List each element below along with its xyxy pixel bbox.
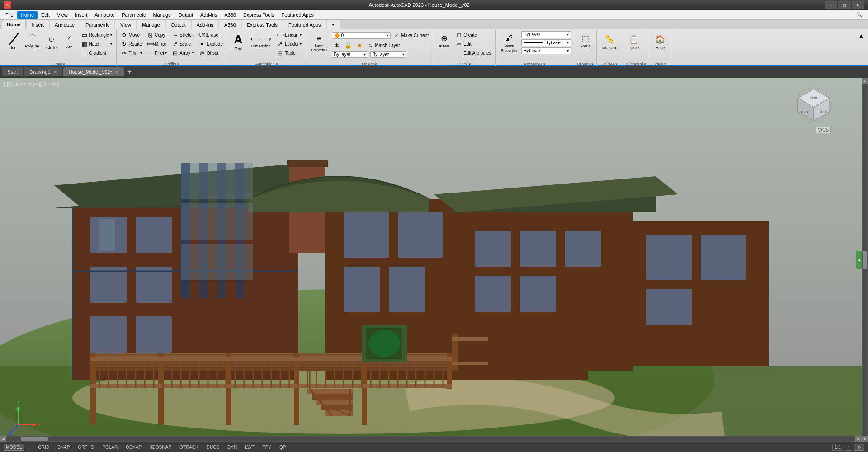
- tab-home[interactable]: Home: [2, 20, 26, 29]
- anno-scale[interactable]: 1:1: [832, 444, 843, 451]
- tab-annotate[interactable]: Annotate: [50, 20, 80, 29]
- insert-button[interactable]: ⊕ Insert: [436, 31, 452, 59]
- tab-output[interactable]: Output: [166, 20, 191, 29]
- layer-color-button[interactable]: ■: [354, 41, 364, 50]
- menu-home[interactable]: Home: [17, 11, 38, 19]
- right-scrollbar[interactable]: ▲ ▼: [862, 78, 868, 442]
- menu-featured[interactable]: Featured Apps: [278, 11, 318, 19]
- close-house-model[interactable]: ✕: [115, 70, 118, 75]
- viewport[interactable]: [-][Custom View][Current]: [0, 78, 868, 442]
- base-view-button[interactable]: 🏠 Base: [652, 31, 668, 59]
- status-snap[interactable]: SNAP: [56, 444, 71, 450]
- status-ducs[interactable]: DUCS: [205, 444, 221, 450]
- layer-properties-button[interactable]: ≡ Layer Properties: [309, 31, 330, 59]
- tab-featured[interactable]: Featured Apps: [283, 20, 326, 29]
- tab-view[interactable]: View: [115, 20, 136, 29]
- tab-parametric[interactable]: Parametric: [80, 20, 114, 29]
- linear-dim-button[interactable]: ⟷Linear▾: [275, 31, 303, 39]
- edit-attrs-button[interactable]: ≣Edit Attributes: [454, 49, 493, 57]
- viewport-scale[interactable]: +: [845, 444, 852, 451]
- status-qp[interactable]: QP: [278, 444, 288, 450]
- tab-express[interactable]: Express Tools: [242, 20, 283, 29]
- rotate-button[interactable]: ↻Rotate: [119, 40, 143, 48]
- tab-insert[interactable]: Insert: [27, 20, 49, 29]
- menu-annotate[interactable]: Annotate: [91, 11, 118, 19]
- wcs-label[interactable]: WCS: [816, 127, 831, 133]
- menu-search[interactable]: 🔍: [853, 11, 866, 19]
- fillet-button[interactable]: ⌐Fillet▾: [145, 49, 168, 57]
- match-layer-button[interactable]: ≈Match Layer: [366, 41, 401, 50]
- menu-manage[interactable]: Manage: [149, 11, 175, 19]
- polyline-button[interactable]: ⌒ Polyline: [23, 31, 42, 59]
- tab-customize[interactable]: ▾: [327, 20, 340, 29]
- scale-button[interactable]: ⤢Scale: [170, 40, 195, 48]
- bylayer-lw-dd[interactable]: ByLayer▾: [521, 47, 571, 54]
- gradient-button[interactable]: ⬜Gradient: [80, 49, 113, 57]
- explode-button[interactable]: ✦Explode: [197, 40, 224, 48]
- scroll-left-button[interactable]: ◄: [0, 436, 6, 442]
- rectangle-button[interactable]: ▭Rectangle▾: [80, 31, 113, 39]
- collapse-ribbon-button[interactable]: ▲: [856, 31, 866, 41]
- mirror-button[interactable]: ⟺Mirror: [145, 40, 168, 48]
- status-3dosnap[interactable]: 3DOSNAP: [148, 444, 173, 450]
- menu-edit[interactable]: Edit: [38, 11, 53, 19]
- tab-manage[interactable]: Manage: [137, 20, 165, 29]
- measure-button[interactable]: 📏 Measure: [599, 31, 620, 59]
- tab-a360[interactable]: A360: [219, 20, 241, 29]
- table-button[interactable]: ⊟Table: [275, 49, 303, 57]
- status-dyn[interactable]: DYN: [226, 444, 239, 450]
- make-current-button[interactable]: ✓Make Current: [392, 31, 430, 40]
- menu-express[interactable]: Express Tools: [240, 11, 278, 19]
- expand-button[interactable]: ◀: [856, 251, 862, 269]
- minimize-button[interactable]: ─: [825, 1, 837, 9]
- linetype-dropdown[interactable]: ByLayer ▾: [370, 51, 406, 58]
- scroll-thumb[interactable]: [863, 251, 867, 269]
- hatch-button[interactable]: ▦Hatch▾: [80, 40, 113, 48]
- text-button[interactable]: A Text: [230, 31, 246, 59]
- copy-button[interactable]: ⎘Copy: [145, 31, 168, 39]
- group-button[interactable]: ⬚ Group: [577, 31, 593, 59]
- color-dropdown[interactable]: ByLayer ▾: [332, 51, 368, 58]
- status-lwt[interactable]: LWT: [243, 444, 256, 450]
- menu-insert[interactable]: Insert: [71, 11, 91, 19]
- close-drawing1[interactable]: ✕: [53, 70, 57, 75]
- menu-view[interactable]: View: [53, 11, 71, 19]
- dimension-button[interactable]: ⟵⟶ Dimension: [248, 31, 274, 59]
- edit-block-button[interactable]: ✏Edit: [454, 40, 493, 48]
- scroll-right-button[interactable]: ►: [855, 436, 862, 442]
- move-button[interactable]: ✥Move: [119, 31, 143, 39]
- close-button[interactable]: ✕: [852, 1, 864, 9]
- status-grid[interactable]: GRID: [36, 444, 51, 450]
- trim-button[interactable]: ✂Trim▾: [119, 49, 143, 57]
- offset-button[interactable]: ⊜Offset: [197, 49, 224, 57]
- tab-start[interactable]: Start: [2, 67, 23, 76]
- model-indicator[interactable]: MODEL: [4, 444, 24, 451]
- menu-file[interactable]: File: [2, 11, 17, 19]
- layer-freeze-button[interactable]: ❄: [332, 41, 342, 50]
- add-tab-button[interactable]: +: [125, 68, 134, 76]
- layer-dropdown[interactable]: 🔶 0 ▾: [332, 32, 391, 39]
- paste-button[interactable]: 📋 Paste: [626, 31, 642, 59]
- status-otrack[interactable]: OTRACK: [178, 444, 200, 450]
- stretch-button[interactable]: ↔Stretch: [170, 31, 195, 39]
- status-ortho[interactable]: ORTHO: [76, 444, 96, 450]
- status-tp[interactable]: TPY: [261, 444, 273, 450]
- menu-output[interactable]: Output: [175, 11, 197, 19]
- bylayer-lt-dd[interactable]: ByLayer▾: [521, 39, 571, 46]
- restore-button[interactable]: □: [838, 1, 851, 9]
- status-osnap[interactable]: OSNAP: [124, 444, 143, 450]
- bylayer-color-dd[interactable]: ByLayer▾: [521, 31, 571, 38]
- layer-lock-button[interactable]: 🔒: [343, 41, 353, 50]
- create-block-button[interactable]: □Create: [454, 31, 493, 39]
- tab-addins[interactable]: Add-ins: [192, 20, 218, 29]
- menu-addins[interactable]: Add-ins: [197, 11, 221, 19]
- bottom-scrollbar[interactable]: ◄ ►: [0, 436, 862, 442]
- line-button[interactable]: ╱ Line: [5, 31, 21, 59]
- match-properties-button[interactable]: 🖌 Match Properties: [499, 31, 519, 59]
- circle-button[interactable]: ○ Circle: [43, 31, 60, 59]
- erase-button[interactable]: ⌫Erase: [197, 31, 224, 39]
- tab-house-model[interactable]: House_Model_v02* ✕: [63, 67, 124, 76]
- scroll-down-button[interactable]: ▼: [862, 436, 868, 442]
- menu-a360[interactable]: A360: [221, 11, 240, 19]
- h-scroll-thumb[interactable]: [21, 437, 48, 441]
